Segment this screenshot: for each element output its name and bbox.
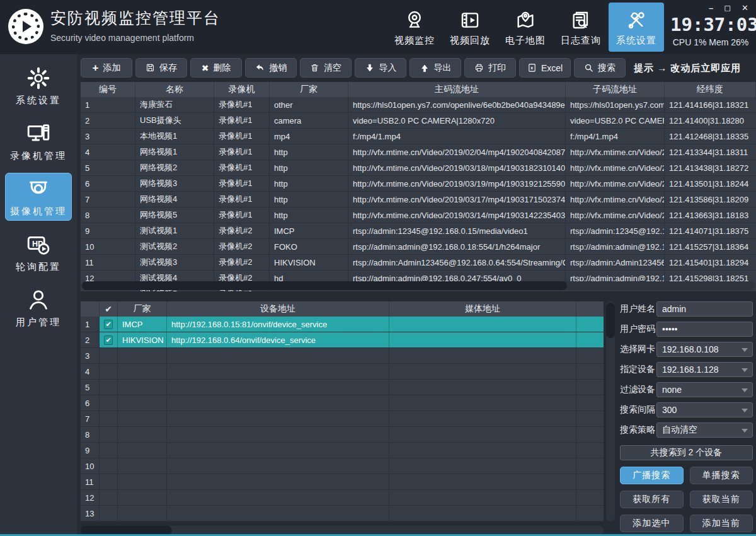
save-icon	[146, 63, 155, 73]
dropdown-7[interactable]: 自动清空	[656, 422, 753, 438]
dropdown-6[interactable]: 300	[656, 402, 753, 417]
panel-button-单播搜索[interactable]: 单播搜索	[690, 467, 753, 484]
toolbar-button-保存[interactable]: 保存	[135, 58, 187, 78]
toolbar-button-导入[interactable]: 导入	[355, 58, 406, 78]
toolbar-button-导出[interactable]: 导出	[410, 58, 461, 78]
empty-row[interactable]: 7	[81, 411, 604, 427]
table-row[interactable]: 11 测试视频3 录像机#2 HIKVISION rtsp://admin:Ad…	[81, 255, 756, 271]
device-table-header: ✔ 厂家 设备地址 媒体地址	[81, 301, 604, 317]
toolbar-button-添加[interactable]: + 添加	[81, 58, 132, 78]
toolbar-button-label: 导出	[434, 62, 452, 74]
dropdown-5[interactable]: none	[656, 382, 753, 397]
tools-icon	[624, 8, 648, 32]
table-row[interactable]: 8 网络视频5 录像机#1 http http://vfx.mtime.cn/V…	[81, 207, 756, 223]
field-label: 用户姓名	[620, 303, 656, 315]
maximize-button[interactable]: ◻	[724, 4, 731, 13]
column-header[interactable]: 主码流地址	[348, 82, 566, 97]
table-row[interactable]: 10 测试视频2 录像机#2 FOKO rtsp://admin:admin@1…	[81, 239, 756, 255]
camera-table: 编号名称录像机厂家主码流地址子码流地址经纬度 1 海康萤石 录像机#1 othe…	[81, 82, 756, 291]
column-header[interactable]: 名称	[135, 82, 214, 97]
import-icon	[365, 63, 375, 73]
empty-row[interactable]: 12	[81, 490, 604, 506]
device-row[interactable]: 2 ✔ HIKVISION http://192.168.0.64/onvif/…	[81, 332, 604, 348]
nav-label: 视频回放	[450, 35, 490, 47]
close-button[interactable]: ✕	[742, 4, 748, 13]
form-row: 过滤设备 none	[620, 382, 753, 397]
column-header[interactable]: 录像机	[214, 82, 270, 97]
dropdown-4[interactable]: 192.168.1.128	[656, 362, 753, 377]
empty-row[interactable]: 3	[81, 348, 604, 364]
toolbar-button-搜索[interactable]: 搜索	[574, 58, 626, 78]
toolbar-button-撤销[interactable]: 撤销	[245, 58, 297, 78]
hscrollbar-thumb[interactable]	[82, 281, 567, 290]
table-row[interactable]: 7 网络视频4 录像机#1 http http://vfx.mtime.cn/V…	[81, 192, 756, 207]
toolbar-button-清空[interactable]: 清空	[300, 58, 352, 78]
print-icon	[474, 63, 484, 73]
sidebar-item-label: 轮询配置	[16, 261, 61, 273]
column-header[interactable]: 经纬度	[665, 82, 756, 97]
main-area: + 添加 保存✖ 删除 撤销 清空 导入 导出 打印x Excel	[77, 54, 756, 536]
table-row[interactable]: 5 网络视频2 录像机#1 http http://vfx.mtime.cn/V…	[81, 160, 756, 176]
nav-item-5[interactable]: 系统设置	[609, 3, 664, 52]
empty-row[interactable]: 9	[81, 443, 604, 458]
field-label: 搜索间隔	[620, 404, 656, 416]
panel-button-获取当前[interactable]: 获取当前	[690, 491, 753, 508]
sidebar-item-4[interactable]: HD 轮询配置	[5, 228, 72, 276]
device-table-vscrollbar[interactable]	[606, 301, 615, 521]
panel-buttons: 广播搜索单播搜索获取所有获取当前添加选中添加当前	[620, 467, 753, 532]
table-row[interactable]: 9 测试视频1 录像机#2 IMCP rtsp://admin:12345@19…	[81, 223, 756, 239]
row-checkbox[interactable]: ✔	[104, 335, 113, 345]
column-header[interactable]: 编号	[81, 82, 135, 97]
panel-button-获取所有[interactable]: 获取所有	[620, 491, 684, 508]
table-row[interactable]: 4 网络视频1 录像机#1 http http://vfx.mtime.cn/V…	[81, 144, 756, 160]
panel-button-广播搜索[interactable]: 广播搜索	[620, 467, 684, 484]
vscrollbar-thumb[interactable]	[606, 303, 615, 338]
sidebar-item-2[interactable]: 录像机管理	[5, 117, 72, 165]
input-2[interactable]: •••••	[656, 322, 753, 337]
minimize-button[interactable]: –	[709, 4, 713, 13]
toolbar-button-打印[interactable]: 打印	[464, 58, 516, 78]
dropdown-3[interactable]: 192.168.0.108	[656, 342, 753, 357]
empty-row[interactable]: 13	[81, 506, 604, 521]
nav-item-3[interactable]: 电子地图	[498, 3, 553, 52]
table-row[interactable]: 1 海康萤石 录像机#1 other https://hls01open.ys7…	[81, 97, 756, 113]
toolbar-button-Excel[interactable]: x Excel	[519, 58, 571, 78]
select-all-checkbox[interactable]: ✔	[100, 301, 118, 317]
nav-item-2[interactable]: 视频回放	[442, 3, 498, 52]
window-controls: –◻✕	[709, 4, 748, 13]
input-1[interactable]: admin	[656, 301, 753, 317]
sidebar-item-1[interactable]: 系统设置	[5, 62, 72, 110]
gear-icon	[25, 66, 52, 91]
column-header[interactable]: 厂家	[270, 82, 348, 97]
table-row[interactable]: 2 USB摄像头 录像机#1 camera video=USB2.0 PC CA…	[81, 113, 756, 129]
table-row[interactable]: 3 本地视频1 录像机#1 mp4 f:/mp4/1.mp4 f:/mp4/1.…	[81, 129, 756, 144]
empty-row[interactable]: 10	[81, 458, 604, 474]
sidebar-item-5[interactable]: 用户管理	[5, 284, 72, 332]
device-row[interactable]: 1 ✔ IMCP http://192.168.0.15:81/onvif/de…	[81, 317, 604, 332]
table-row[interactable]: 6 网络视频3 录像机#1 http http://vfx.mtime.cn/V…	[81, 176, 756, 192]
camera-table-hscrollbar[interactable]	[82, 281, 755, 290]
toolbar-button-删除[interactable]: ✖ 删除	[190, 58, 242, 78]
map-icon	[513, 8, 537, 32]
empty-row[interactable]: 11	[81, 474, 604, 490]
empty-row[interactable]: 6	[81, 395, 604, 411]
row-checkbox[interactable]: ✔	[104, 320, 113, 329]
device-table: ✔ 厂家 设备地址 媒体地址 1 ✔ IMCP http://192.168.0…	[81, 301, 604, 521]
toolbar-button-label: 打印	[488, 62, 506, 74]
hscrollbar-thumb[interactable]	[81, 526, 172, 535]
sidebar-item-3[interactable]: 摄像机管理	[5, 173, 72, 221]
empty-row[interactable]: 4	[81, 364, 604, 380]
nav-item-4[interactable]: 日志查询	[553, 3, 609, 52]
sidebar-item-label: 用户管理	[16, 317, 61, 329]
panel-button-添加当前[interactable]: 添加当前	[690, 515, 753, 532]
empty-row[interactable]: 5	[81, 380, 604, 395]
toolbar-button-label: 添加	[103, 62, 120, 74]
app-logo-icon	[8, 9, 43, 44]
user-icon	[25, 288, 52, 313]
column-header[interactable]: 子码流地址	[566, 82, 665, 97]
empty-row[interactable]: 8	[81, 427, 604, 443]
device-table-hscrollbar[interactable]	[81, 526, 604, 535]
nav-item-1[interactable]: 视频监控	[387, 3, 442, 52]
panel-button-添加选中[interactable]: 添加选中	[620, 515, 684, 532]
form-row: 搜索策略 自动清空	[620, 422, 753, 438]
